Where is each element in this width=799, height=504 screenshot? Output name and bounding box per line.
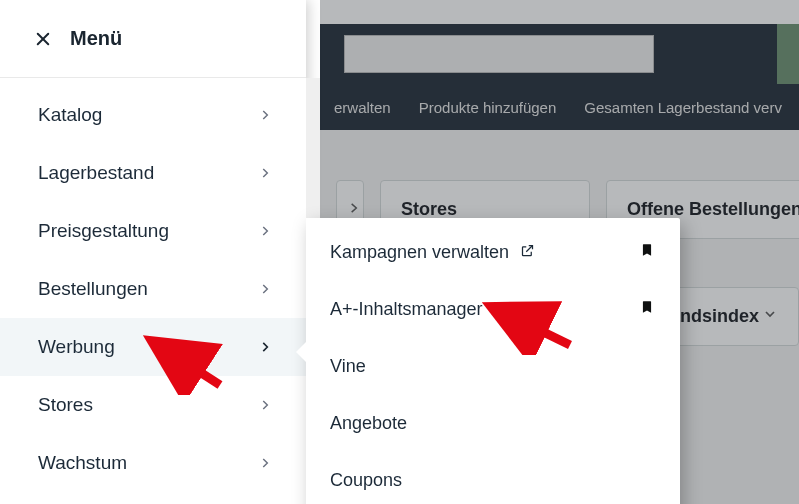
- chevron-right-icon: [258, 166, 272, 180]
- card-title: andsindex: [670, 306, 759, 327]
- sidebar-item-preisgestaltung[interactable]: Preisgestaltung: [0, 202, 306, 260]
- secondary-nav: erwalten Produkte hinzufügen Gesamten La…: [320, 84, 799, 130]
- nav-link-inventory[interactable]: Gesamten Lagerbestand verv: [584, 99, 782, 116]
- menu-title: Menü: [70, 27, 122, 50]
- sidebar-item-wachstum[interactable]: Wachstum: [0, 434, 306, 492]
- chevron-down-icon: [762, 306, 778, 327]
- search-button[interactable]: [777, 24, 799, 84]
- sidebar-menu: Katalog Lagerbestand Preisgestaltung Bes…: [0, 78, 306, 500]
- sidebar-header: Menü: [0, 0, 306, 78]
- chevron-right-icon: [258, 456, 272, 470]
- submenu-item-label: Vine: [330, 356, 366, 377]
- chevron-down-icon: [347, 199, 361, 220]
- submenu-item-label: Kampagnen verwalten: [330, 242, 509, 262]
- sidebar-item-lagerbestand[interactable]: Lagerbestand: [0, 144, 306, 202]
- sidebar-item-label: Bestellungen: [38, 278, 148, 300]
- card-title: Stores: [401, 199, 457, 220]
- sidebar-item-werbung[interactable]: Werbung: [0, 318, 306, 376]
- submenu-werbung: Kampagnen verwalten A+-Inhaltsmanager Vi…: [306, 218, 680, 504]
- sidebar-item-label: Lagerbestand: [38, 162, 154, 184]
- sidebar-item-katalog[interactable]: Katalog: [0, 86, 306, 144]
- sidebar-item-label: Preisgestaltung: [38, 220, 169, 242]
- external-link-icon: [520, 242, 535, 262]
- close-icon[interactable]: [34, 30, 52, 48]
- sidebar-item-stores[interactable]: Stores: [0, 376, 306, 434]
- top-bar: [320, 24, 799, 84]
- sidebar: Menü Katalog Lagerbestand Preisgestaltun…: [0, 0, 306, 504]
- submenu-item-label: Angebote: [330, 413, 407, 434]
- nav-link-manage[interactable]: erwalten: [334, 99, 391, 116]
- submenu-item-aplus[interactable]: A+-Inhaltsmanager: [306, 281, 680, 338]
- submenu-item-kampagnen[interactable]: Kampagnen verwalten: [306, 224, 680, 281]
- bookmark-icon[interactable]: [640, 242, 654, 263]
- submenu-item-vine[interactable]: Vine: [306, 338, 680, 395]
- sidebar-item-label: Werbung: [38, 336, 115, 358]
- chevron-right-icon: [258, 398, 272, 412]
- chevron-right-icon: [258, 282, 272, 296]
- submenu-item-angebote[interactable]: Angebote: [306, 395, 680, 452]
- nav-link-add-products[interactable]: Produkte hinzufügen: [419, 99, 557, 116]
- submenu-item-coupons[interactable]: Coupons: [306, 452, 680, 504]
- sidebar-item-label: Katalog: [38, 104, 102, 126]
- chevron-right-icon: [258, 108, 272, 122]
- card-title: Offene Bestellungen: [627, 199, 799, 220]
- sidebar-item-bestellungen[interactable]: Bestellungen: [0, 260, 306, 318]
- sidebar-item-label: Wachstum: [38, 452, 127, 474]
- submenu-item-label: Coupons: [330, 470, 402, 491]
- bookmark-icon[interactable]: [640, 299, 654, 320]
- chevron-right-icon: [258, 340, 272, 354]
- submenu-item-label: A+-Inhaltsmanager: [330, 299, 483, 320]
- chevron-right-icon: [258, 224, 272, 238]
- sidebar-item-label: Stores: [38, 394, 93, 416]
- search-input[interactable]: [344, 35, 654, 73]
